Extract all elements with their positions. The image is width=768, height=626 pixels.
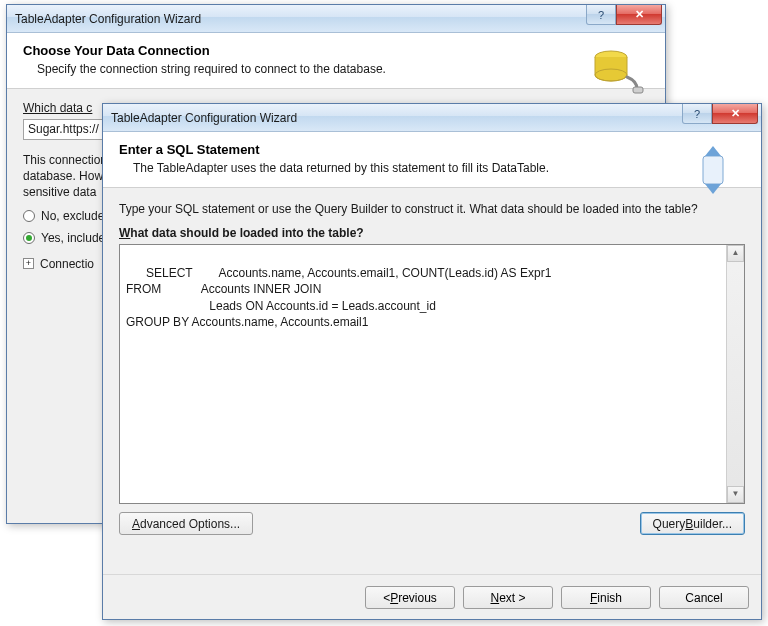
instruction-text: Type your SQL statement or use the Query… bbox=[119, 202, 745, 216]
cancel-button[interactable]: Cancel bbox=[659, 586, 749, 609]
radio-no-label: No, exclude bbox=[41, 209, 104, 223]
radio-icon bbox=[23, 210, 35, 222]
front-dialog: TableAdapter Configuration Wizard ? ✕ En… bbox=[102, 103, 762, 620]
front-banner: Enter a SQL Statement The TableAdapter u… bbox=[103, 132, 761, 188]
radio-icon bbox=[23, 232, 35, 244]
sync-arrows-icon bbox=[685, 142, 741, 201]
advanced-options-button[interactable]: Advanced Options... bbox=[119, 512, 253, 535]
sql-field-label: What data should be loaded into the tabl… bbox=[119, 226, 745, 240]
scroll-up-icon[interactable]: ▲ bbox=[727, 245, 744, 262]
back-titlebar[interactable]: TableAdapter Configuration Wizard ? ✕ bbox=[7, 5, 665, 33]
database-icon bbox=[589, 43, 645, 102]
front-banner-title: Enter a SQL Statement bbox=[119, 142, 745, 157]
connection-string-label: Connectio bbox=[40, 257, 94, 271]
svg-marker-5 bbox=[705, 184, 721, 194]
front-titlebar-buttons: ? ✕ bbox=[682, 104, 758, 124]
back-banner: Choose Your Data Connection Specify the … bbox=[7, 33, 665, 89]
front-title: TableAdapter Configuration Wizard bbox=[111, 111, 297, 125]
front-body: Type your SQL statement or use the Query… bbox=[103, 188, 761, 535]
svg-rect-3 bbox=[703, 156, 723, 184]
next-button[interactable]: Next > bbox=[463, 586, 553, 609]
front-banner-subtitle: The TableAdapter uses the data returned … bbox=[119, 161, 745, 175]
help-icon[interactable]: ? bbox=[682, 104, 712, 124]
finish-button[interactable]: Finish bbox=[561, 586, 651, 609]
close-icon[interactable]: ✕ bbox=[712, 104, 758, 124]
back-titlebar-buttons: ? ✕ bbox=[586, 5, 662, 25]
sql-text: SELECT Accounts.name, Accounts.email1, C… bbox=[126, 266, 551, 329]
sql-input[interactable]: SELECT Accounts.name, Accounts.email1, C… bbox=[119, 244, 745, 504]
svg-marker-4 bbox=[705, 146, 721, 156]
help-icon[interactable]: ? bbox=[586, 5, 616, 25]
connection-value: Sugar.https:// bbox=[28, 122, 99, 136]
previous-button[interactable]: < Previous bbox=[365, 586, 455, 609]
front-titlebar[interactable]: TableAdapter Configuration Wizard ? ✕ bbox=[103, 104, 761, 132]
separator bbox=[103, 574, 761, 575]
sql-buttons-row: Advanced Options... Query Builder... bbox=[119, 512, 745, 535]
query-builder-button[interactable]: Query Builder... bbox=[640, 512, 745, 535]
back-banner-title: Choose Your Data Connection bbox=[23, 43, 649, 58]
close-icon[interactable]: ✕ bbox=[616, 5, 662, 25]
back-banner-subtitle: Specify the connection string required t… bbox=[23, 62, 649, 76]
svg-rect-2 bbox=[633, 87, 643, 93]
plus-icon: + bbox=[23, 258, 34, 269]
wizard-footer: < Previous Next > Finish Cancel bbox=[365, 586, 749, 609]
back-title: TableAdapter Configuration Wizard bbox=[15, 12, 201, 26]
radio-yes-label: Yes, include bbox=[41, 231, 105, 245]
scroll-down-icon[interactable]: ▼ bbox=[727, 486, 744, 503]
